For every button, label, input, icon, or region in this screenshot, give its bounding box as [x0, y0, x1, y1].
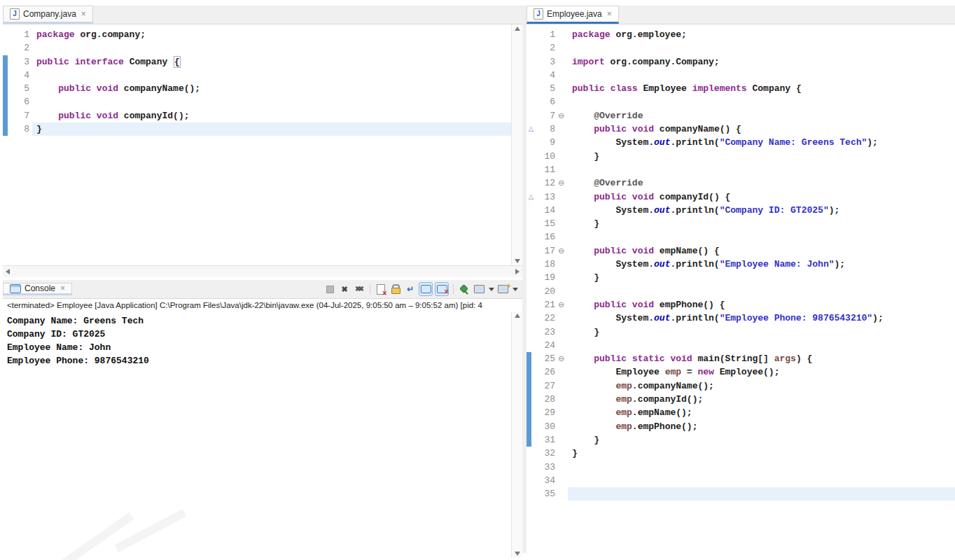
tab-employee-java[interactable]: J Employee.java ×: [527, 6, 619, 24]
line-number[interactable]: 4: [10, 69, 32, 82]
remove-all-terminated-button[interactable]: ✖✖: [353, 283, 365, 295]
line-number[interactable]: 6: [10, 95, 32, 108]
code-editor-company[interactable]: 1package org.company;23public interface …: [3, 24, 511, 265]
console-output-line[interactable]: Company Name: Greens Tech: [3, 314, 522, 328]
line-number[interactable]: 10: [536, 150, 558, 163]
code-text[interactable]: public void companyId() {: [568, 190, 955, 204]
code-line[interactable]: △8 public void companyName() {: [527, 122, 955, 136]
code-line[interactable]: 33: [527, 461, 955, 474]
line-number[interactable]: 25: [536, 352, 558, 365]
code-text[interactable]: Employee emp = new Employee();: [568, 365, 955, 379]
code-text[interactable]: public void empPhone() {: [568, 298, 955, 312]
fold-collapse-icon[interactable]: ⊖: [558, 352, 568, 365]
code-text[interactable]: [32, 69, 511, 82]
code-text[interactable]: [32, 41, 511, 55]
code-line[interactable]: 25⊖ public static void main(String[] arg…: [527, 352, 955, 365]
display-selected-console-button[interactable]: [473, 283, 485, 295]
code-line[interactable]: 32}: [527, 447, 955, 460]
code-text[interactable]: }: [568, 326, 955, 339]
fold-collapse-icon[interactable]: ⊖: [558, 109, 568, 122]
code-text[interactable]: package org.company;: [32, 28, 511, 41]
show-stderr-button[interactable]: ✕: [435, 282, 449, 296]
line-number[interactable]: 17: [536, 244, 558, 258]
code-text[interactable]: public static void main(String[] args) {: [568, 352, 955, 365]
code-text[interactable]: [568, 487, 955, 500]
code-line[interactable]: △13 public void companyId() {: [527, 190, 955, 204]
code-text[interactable]: public void empName() {: [568, 244, 955, 258]
line-number[interactable]: 31: [536, 433, 558, 447]
code-text[interactable]: System.out.println("Company Name: Greens…: [568, 136, 955, 149]
line-number[interactable]: 12: [536, 176, 558, 190]
code-line[interactable]: 19 }: [527, 271, 955, 284]
scroll-lock-button[interactable]: [389, 283, 402, 295]
code-text[interactable]: emp.companyName();: [568, 379, 955, 393]
code-line[interactable]: 21⊖ public void empPhone() {: [527, 298, 955, 312]
code-text[interactable]: [568, 461, 955, 474]
line-number[interactable]: 4: [536, 69, 558, 82]
code-line[interactable]: 10 }: [527, 150, 955, 163]
code-text[interactable]: public void companyName();: [32, 82, 511, 95]
code-line[interactable]: 23 }: [527, 326, 955, 339]
line-number[interactable]: 3: [10, 55, 32, 69]
close-icon[interactable]: ×: [607, 9, 612, 19]
code-line[interactable]: 26 Employee emp = new Employee();: [527, 365, 955, 379]
console-output-line[interactable]: Employee Phone: 9876543210: [3, 354, 522, 368]
code-line[interactable]: 6: [527, 95, 955, 108]
line-number[interactable]: 26: [536, 365, 558, 379]
close-icon[interactable]: ×: [81, 9, 86, 19]
code-line[interactable]: 18 System.out.println("Employee Name: Jo…: [527, 258, 955, 271]
code-line[interactable]: 14 System.out.println("Company ID: GT202…: [527, 204, 955, 217]
line-number[interactable]: 1: [536, 28, 558, 41]
code-line[interactable]: 16: [527, 230, 955, 244]
code-line[interactable]: 20: [527, 285, 955, 298]
clear-console-button[interactable]: ✕: [375, 283, 387, 295]
code-text[interactable]: emp.empPhone();: [568, 420, 955, 433]
code-line[interactable]: 2: [3, 41, 511, 55]
scroll-down-icon[interactable]: [515, 259, 520, 263]
line-number[interactable]: 9: [536, 136, 558, 149]
line-number[interactable]: 5: [10, 82, 32, 95]
line-number[interactable]: 19: [536, 271, 558, 284]
code-editor-employee[interactable]: 1package org.employee;23import org.compa…: [527, 24, 955, 526]
fold-collapse-icon[interactable]: ⊖: [558, 244, 568, 258]
line-number[interactable]: 14: [536, 204, 558, 217]
line-number[interactable]: 2: [10, 41, 32, 55]
console-output-line[interactable]: Company ID: GT2025: [3, 328, 522, 341]
line-number[interactable]: 3: [536, 55, 558, 69]
code-text[interactable]: @Override: [568, 176, 955, 190]
line-number[interactable]: 2: [536, 41, 558, 55]
code-text[interactable]: [568, 163, 955, 176]
code-line[interactable]: 2: [527, 41, 955, 55]
code-text[interactable]: emp.companyId();: [568, 393, 955, 406]
code-text[interactable]: [568, 69, 955, 82]
line-number[interactable]: 7: [536, 109, 558, 122]
scroll-down-icon[interactable]: [515, 552, 520, 556]
code-line[interactable]: 7⊖ @Override: [527, 109, 955, 122]
vertical-scrollbar[interactable]: [511, 24, 522, 265]
code-text[interactable]: public void companyId();: [32, 109, 511, 122]
code-text[interactable]: emp.empName();: [568, 406, 955, 419]
code-text[interactable]: [568, 474, 955, 487]
console-output-line[interactable]: Employee Name: John: [3, 341, 522, 354]
code-text[interactable]: [568, 339, 955, 352]
tab-console[interactable]: Console ×: [3, 283, 72, 295]
fold-collapse-icon[interactable]: ⊖: [558, 176, 568, 190]
line-number[interactable]: 24: [536, 339, 558, 352]
dropdown-icon[interactable]: [513, 288, 518, 291]
code-text[interactable]: public interface Company {: [32, 55, 511, 69]
fold-collapse-icon[interactable]: ⊖: [558, 298, 568, 312]
code-text[interactable]: [568, 95, 955, 108]
code-text[interactable]: [568, 230, 955, 244]
code-text[interactable]: [568, 285, 955, 298]
code-line[interactable]: 34: [527, 474, 955, 487]
code-text[interactable]: }: [568, 271, 955, 284]
code-text[interactable]: import org.company.Company;: [568, 55, 955, 69]
code-line[interactable]: 15 }: [527, 217, 955, 230]
code-line[interactable]: 7 public void companyId();: [3, 109, 511, 122]
code-line[interactable]: 6: [3, 95, 511, 108]
dropdown-icon[interactable]: [489, 288, 494, 291]
line-number[interactable]: 23: [536, 326, 558, 339]
code-text[interactable]: [32, 95, 511, 108]
code-text[interactable]: }: [32, 122, 511, 136]
code-line[interactable]: 8}: [3, 122, 511, 136]
